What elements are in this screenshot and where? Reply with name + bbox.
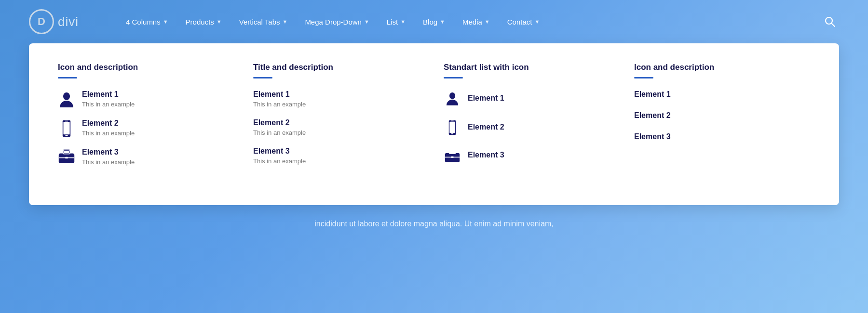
mega-column-4: Icon and description Element 1 Element 2… (624, 63, 815, 186)
chevron-down-icon: ▼ (282, 19, 287, 25)
column-1-title: Icon and description (58, 63, 229, 72)
column-2-underline (253, 77, 272, 78)
nav-item-blog[interactable]: Blog ▼ (414, 13, 454, 31)
phone-icon (444, 120, 461, 135)
list-item[interactable]: Element 1 (444, 90, 610, 106)
briefcase-icon (58, 149, 75, 163)
person-icon (444, 91, 461, 106)
column-4-underline (634, 77, 653, 78)
chevron-down-icon: ▼ (534, 19, 540, 25)
chevron-down-icon: ▼ (400, 19, 406, 25)
svg-rect-5 (66, 135, 68, 136)
chevron-down-icon: ▼ (217, 19, 222, 25)
mega-menu-panel: Icon and description Element 1 This in a… (29, 43, 839, 205)
column-1-underline (58, 77, 77, 78)
svg-rect-20 (449, 150, 455, 154)
chevron-down-icon: ▼ (163, 19, 168, 25)
person-icon (58, 91, 75, 108)
column-3-underline (444, 77, 463, 78)
nav-item-4columns[interactable]: 4 Columns ▼ (117, 13, 177, 31)
nav-item-vertical-tabs[interactable]: Vertical Tabs ▼ (231, 13, 297, 31)
nav-menu: 4 Columns ▼ Products ▼ Vertical Tabs ▼ M… (117, 13, 821, 31)
list-item[interactable]: Element 1 This in an example (253, 90, 420, 108)
svg-rect-16 (449, 122, 455, 133)
list-item[interactable]: Element 2 This in an example (58, 119, 229, 137)
list-item[interactable]: Element 3 (444, 148, 610, 162)
mega-column-1: Icon and description Element 1 This in a… (53, 63, 244, 186)
navbar: D divi 4 Columns ▼ Products ▼ Vertical T… (0, 0, 868, 43)
mega-column-2: Title and description Element 1 This in … (244, 63, 434, 186)
chevron-down-icon: ▼ (485, 19, 490, 25)
footer-strip: incididunt ut labore et dolore magna ali… (0, 213, 868, 235)
mega-column-3: Standart list with icon Element 1 El (434, 63, 624, 186)
list-item[interactable]: Element 2 This in an example (253, 118, 420, 136)
svg-rect-13 (65, 157, 68, 159)
phone-icon (58, 120, 75, 137)
list-item[interactable]: Element 1 This in an example (58, 90, 229, 108)
svg-point-2 (63, 92, 70, 100)
nav-item-mega-dropdown[interactable]: Mega Drop-Down ▼ (296, 13, 378, 31)
list-item[interactable]: Element 3 This in an example (253, 147, 420, 165)
svg-rect-4 (63, 122, 69, 134)
list-item[interactable]: Element 3 This in an example (58, 148, 229, 166)
list-item[interactable]: Element 3 (634, 132, 800, 141)
nav-item-products[interactable]: Products ▼ (177, 13, 231, 31)
logo-icon: D (29, 9, 54, 34)
list-item[interactable]: Element 1 (634, 90, 800, 99)
list-item[interactable]: Element 2 (634, 111, 800, 120)
svg-rect-18 (451, 120, 454, 121)
nav-item-media[interactable]: Media ▼ (454, 13, 499, 31)
column-4-title: Icon and description (634, 63, 800, 72)
logo-text: divi (58, 14, 79, 29)
chevron-down-icon: ▼ (364, 19, 369, 25)
nav-item-list[interactable]: List ▼ (378, 13, 414, 31)
column-2-title: Title and description (253, 63, 420, 72)
svg-line-1 (832, 24, 835, 27)
column-3-title: Standart list with icon (444, 63, 610, 72)
svg-rect-17 (451, 133, 453, 134)
briefcase-icon (444, 149, 461, 162)
nav-item-contact[interactable]: Contact ▼ (499, 13, 549, 31)
svg-rect-22 (451, 156, 453, 158)
search-icon[interactable] (821, 13, 839, 31)
list-item[interactable]: Element 2 (444, 119, 610, 135)
chevron-down-icon: ▼ (440, 19, 445, 25)
logo[interactable]: D divi (29, 9, 79, 34)
svg-point-14 (449, 92, 455, 99)
svg-rect-6 (65, 121, 68, 122)
